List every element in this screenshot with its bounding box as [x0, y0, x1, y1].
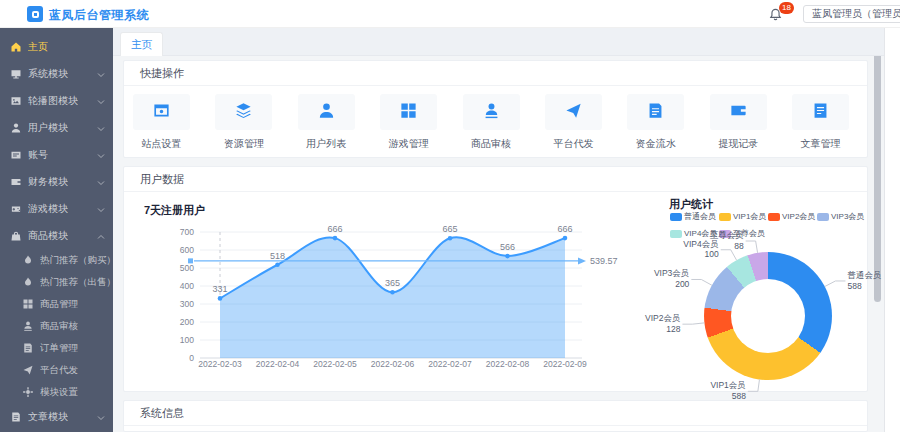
sidebar-item-label: 主页: [28, 40, 48, 54]
image-icon: [10, 95, 22, 107]
sidebar-item-label: 商品管理: [40, 298, 78, 311]
quick-action-1[interactable]: 资源管理: [215, 94, 272, 151]
quick-action-label: 资金流水: [627, 137, 684, 151]
svg-text:500: 500: [180, 263, 194, 273]
scrollbar-thumb[interactable]: [874, 36, 881, 302]
grid-icon: [399, 101, 418, 124]
pie-chart-title: 用户统计: [669, 197, 713, 212]
sidebar-item-label: 热门推荐（出售）: [40, 276, 113, 289]
tab-home[interactable]: 主页: [120, 32, 163, 56]
sidebar-item-label: 文章模块: [28, 410, 68, 424]
sidebar-item-goods[interactable]: 商品模块: [0, 222, 113, 249]
useraudit-icon: [22, 320, 34, 332]
quick-action-label: 提现记录: [710, 137, 767, 151]
pie-leader-line: [721, 250, 737, 260]
tab-bar: 主页: [113, 28, 884, 56]
sidebar-item-hot-buy[interactable]: 热门推荐（购买）: [0, 249, 113, 271]
sidebar-item-user[interactable]: 用户模块: [0, 114, 113, 141]
quick-action-8[interactable]: 文章管理: [792, 94, 849, 151]
legend-label: VIP1会员: [733, 211, 766, 222]
legend-item-5[interactable]: 至尊会员: [719, 228, 768, 239]
sidebar-item-goods-manage[interactable]: 商品管理: [0, 293, 113, 315]
bottom-card: 系统信息: [123, 400, 868, 432]
legend-item-3[interactable]: VIP3会员: [817, 211, 866, 222]
pie-label: VIP2会员128: [645, 314, 680, 335]
quick-action-tile: [627, 94, 684, 130]
svg-text:2022-02-07: 2022-02-07: [428, 359, 472, 369]
card-icon: [10, 149, 22, 161]
legend-swatch: [670, 213, 682, 221]
chevron-up-icon: [97, 232, 105, 240]
quick-action-2[interactable]: 用户列表: [298, 94, 355, 151]
legend-item-4[interactable]: VIP4会员: [670, 228, 719, 239]
svg-text:539.57: 539.57: [590, 256, 618, 266]
sidebar-item-finance[interactable]: 财务模块: [0, 168, 113, 195]
wallet-icon: [729, 101, 748, 124]
pie-legend: 普通会员VIP1会员VIP2会员VIP3会员VIP4会员至尊会员: [670, 211, 870, 239]
quick-action-tile: [463, 94, 520, 130]
doc-icon: [10, 411, 22, 423]
sidebar-item-account[interactable]: 账号: [0, 141, 113, 168]
sidebar-item-label: 平台代发: [40, 364, 78, 377]
svg-text:200: 200: [180, 317, 194, 327]
quick-action-tile: [380, 94, 437, 130]
quick-action-tile: [215, 94, 272, 130]
sidebar-item-home[interactable]: 主页: [0, 33, 113, 60]
pie-leader-line: [825, 281, 846, 287]
svg-text:566: 566: [500, 242, 515, 252]
quick-action-7[interactable]: 提现记录: [710, 94, 767, 151]
legend-swatch: [768, 213, 780, 221]
quick-action-3[interactable]: 游戏管理: [380, 94, 437, 151]
sidebar-item-label: 热门推荐（购买）: [40, 254, 113, 267]
sidebar-item-article[interactable]: 文章模块: [0, 403, 113, 430]
sidebar-item-label: 商品模块: [28, 229, 68, 243]
browser-icon: [152, 101, 171, 124]
sidebar-item-label: 用户模块: [28, 121, 68, 135]
fire-icon: [22, 276, 34, 288]
layers-icon: [234, 101, 253, 124]
sidebar-item-label: 财务模块: [28, 175, 68, 189]
sidebar-item-label: 游戏模块: [28, 202, 68, 216]
chevron-down-icon: [97, 205, 105, 213]
user-menu-button[interactable]: 蓝凤管理员（管理员）: [803, 5, 900, 23]
sidebar-item-label: 订单管理: [40, 342, 78, 355]
quick-action-0[interactable]: 站点设置: [133, 94, 190, 151]
legend-item-1[interactable]: VIP1会员: [719, 211, 768, 222]
svg-text:365: 365: [385, 278, 400, 288]
pie-leader-line: [691, 279, 712, 285]
sidebar-item-label: 轮播图模块: [28, 94, 78, 108]
quick-action-label: 文章管理: [792, 137, 849, 151]
svg-text:2022-02-08: 2022-02-08: [486, 359, 530, 369]
member-donut-chart: [704, 252, 832, 380]
svg-text:300: 300: [180, 299, 194, 309]
send-icon: [564, 101, 583, 124]
legend-label: VIP3会员: [831, 211, 864, 222]
sidebar-item-order[interactable]: 订单管理: [0, 337, 113, 359]
user-icon: [317, 101, 336, 124]
sidebar: 主页系统模块轮播图模块用户模块账号财务模块游戏模块商品模块热门推荐（购买）热门推…: [0, 28, 113, 432]
svg-text:600: 600: [180, 245, 194, 255]
notification-badge: 18: [779, 2, 794, 14]
quick-action-5[interactable]: 平台代发: [545, 94, 602, 151]
quick-action-label: 商品审核: [463, 137, 520, 151]
sidebar-item-goods-audit[interactable]: 商品审核: [0, 315, 113, 337]
legend-item-2[interactable]: VIP2会员: [768, 211, 817, 222]
svg-text:2022-02-05: 2022-02-05: [313, 359, 357, 369]
sidebar-item-label: 商品审核: [40, 320, 78, 333]
bottom-card-title: 系统信息: [124, 401, 867, 426]
quick-action-4[interactable]: 商品审核: [463, 94, 520, 151]
window-right-margin: [884, 28, 900, 432]
sidebar-item-system[interactable]: 系统模块: [0, 60, 113, 87]
legend-label: 至尊会员: [733, 228, 765, 239]
donut-hole: [731, 279, 805, 353]
sidebar-item-game[interactable]: 游戏模块: [0, 195, 113, 222]
legend-item-0[interactable]: 普通会员: [670, 211, 719, 222]
sidebar-item-module-set[interactable]: 模块设置: [0, 381, 113, 403]
chevron-down-icon: [97, 151, 105, 159]
quick-action-6[interactable]: 资金流水: [627, 94, 684, 151]
sidebar-item-platform[interactable]: 平台代发: [0, 359, 113, 381]
sidebar-item-carousel[interactable]: 轮播图模块: [0, 87, 113, 114]
sidebar-item-hot-sell[interactable]: 热门推荐（出售）: [0, 271, 113, 293]
fire-icon: [22, 254, 34, 266]
pie-label: VIP4会员100: [683, 239, 718, 260]
